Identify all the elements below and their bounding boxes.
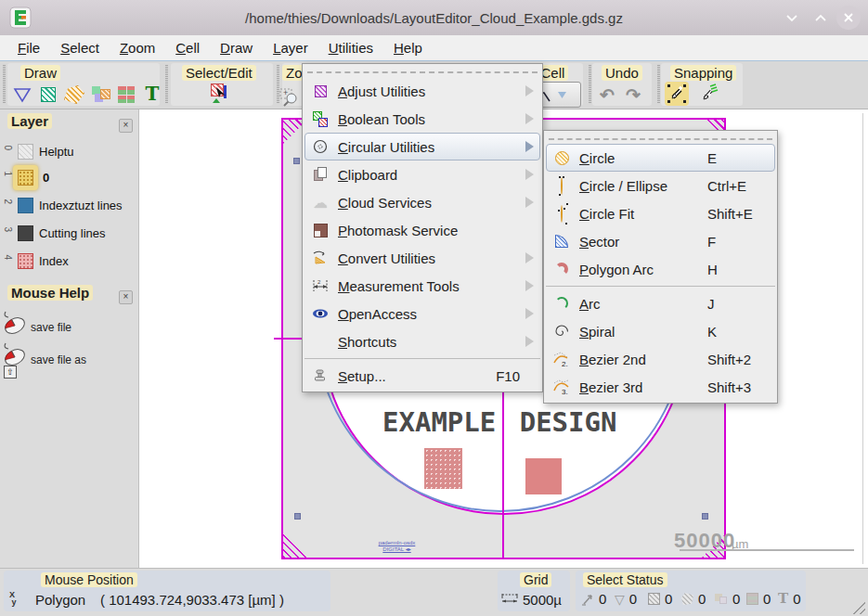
layer-index: 2 [3, 199, 13, 211]
menu-layer[interactable]: Layer [263, 37, 318, 58]
polygon-arc-icon [552, 260, 571, 278]
menu-item-photomask-service[interactable]: Photomask Service [304, 216, 540, 244]
statusbar: Mouse Position X y Polygon ( 101493.724,… [0, 568, 868, 616]
maximize-icon[interactable] [811, 9, 830, 26]
selected-paths-counter: ▽ 0 [615, 591, 637, 607]
menu-item-circle-fit[interactable]: Circle Fit Shift+E [546, 199, 775, 227]
menu-item-setup[interactable]: Setup... F10 [304, 362, 540, 390]
menu-item-boolean-tools[interactable]: Boolean Tools [304, 105, 540, 133]
draw-cellref-icon[interactable] [89, 83, 111, 106]
mouse-help-close-icon[interactable]: × [119, 290, 133, 304]
menu-shortcut: F10 [496, 368, 520, 384]
toolbar-grip[interactable] [589, 65, 591, 104]
path-icon: ▽ [615, 593, 625, 606]
draw-text-icon[interactable]: T [141, 83, 163, 105]
window-resize-grip[interactable] [849, 598, 865, 614]
menu-shortcut: F [707, 234, 769, 250]
menu-item-circle[interactable]: Circle E [546, 144, 775, 172]
left-panel: Layer × 0 Helptu 1 0 2 Indexztuzt lines … [0, 109, 139, 568]
toolbar-grip[interactable] [165, 65, 168, 104]
menu-draw[interactable]: Draw [210, 37, 263, 58]
menu-item-convert-utilities[interactable]: Convert Utilities [304, 244, 540, 272]
menu-item-clipboard[interactable]: Clipboard [304, 160, 540, 188]
layer-index: 4 [3, 255, 13, 266]
selected-texts-counter: T 0 [778, 591, 801, 607]
selected-boxes-counter: 0 [648, 591, 672, 607]
menu-item-polygon-arc[interactable]: Polygon Arc H [546, 255, 775, 283]
cellref-icon [715, 593, 728, 605]
layer-name: Index [39, 254, 69, 268]
array-icon [746, 593, 758, 605]
layer-swatch-0[interactable] [18, 170, 33, 186]
layer-row-0[interactable]: 1 0 [0, 166, 139, 190]
menu-item-circle-ellipse[interactable]: Circle / Ellipse Ctrl+E [546, 172, 775, 199]
undo-icon[interactable]: ↶ [596, 83, 618, 106]
snap-grid-icon[interactable] [665, 82, 689, 106]
layouteditor-window: { "titlebar": { "title": "/home/thies/Do… [0, 0, 868, 616]
draw-box-icon[interactable] [37, 83, 59, 106]
menu-item-circular-utilities[interactable]: Circular Utilities [304, 133, 540, 160]
redo-icon[interactable]: ↷ [622, 83, 644, 106]
toolbar-grip[interactable] [657, 65, 660, 104]
zoom-box-icon[interactable]: + [279, 85, 301, 108]
snapping-section-label: Snapping [670, 65, 736, 81]
draw-triangle-icon[interactable] [11, 83, 33, 106]
close-icon[interactable] [836, 6, 861, 30]
menu-tearoff-handle[interactable] [549, 134, 772, 140]
layer-panel-title: Layer [7, 113, 52, 129]
menu-item-adjust-utilities[interactable]: Adjust Utilities [304, 77, 540, 105]
select-cursor-icon [581, 593, 594, 606]
layer-row-indexztuzt[interactable]: 2 Indexztuzt lines [0, 194, 139, 218]
menu-help[interactable]: Help [383, 37, 433, 58]
menu-item-arc[interactable]: Arc J [546, 289, 775, 317]
layer-swatch-helptu[interactable] [18, 144, 33, 160]
menu-item-openaccess[interactable]: OpenAccess [304, 300, 540, 327]
layer-panel-close-icon[interactable]: × [119, 119, 133, 133]
menu-item-measurement-tools[interactable]: 2 Measurement Tools [304, 272, 540, 300]
menu-select[interactable]: Select [50, 37, 110, 58]
menu-cell[interactable]: Cell [165, 37, 210, 58]
cloud-icon: ☁ [311, 193, 330, 212]
alignment-marker [702, 513, 708, 520]
menu-item-sector[interactable]: Sector F [546, 227, 775, 255]
window-title: /home/thies/Downloads/LayoutEditor_Cloud… [0, 10, 868, 26]
convert-utilities-icon [311, 249, 330, 267]
menu-utilities[interactable]: Utilities [318, 37, 383, 58]
layer-swatch-indexztuzt[interactable] [18, 198, 33, 213]
layer-row-index[interactable]: 4 Index [0, 250, 139, 274]
menu-zoom[interactable]: Zoom [110, 37, 165, 58]
selected-cellrefs-counter: 0 [715, 591, 740, 607]
box-icon [648, 593, 660, 605]
menu-shortcut: K [707, 324, 769, 340]
photomask-icon [311, 221, 330, 239]
setup-icon [311, 366, 330, 385]
layer-swatch-index[interactable] [18, 253, 33, 269]
layer-row-helptu[interactable]: 0 Helptu [0, 140, 139, 164]
select-edit-icon[interactable] [210, 83, 232, 105]
minimize-icon[interactable] [783, 9, 801, 26]
menu-file[interactable]: File [7, 37, 50, 58]
draw-array-icon[interactable] [115, 83, 137, 106]
selected-polygons-counter: 0 [681, 591, 706, 607]
wafer-left-tick [274, 338, 305, 340]
submenu-arrow-icon [525, 113, 534, 124]
submenu-arrow-icon [525, 85, 534, 96]
bezier-2nd-icon: 2. [552, 350, 571, 368]
select-status-label: Select Status [583, 572, 667, 587]
micro-label-text: padermln-osdxDIGITAL ◂▸ [353, 540, 441, 553]
menu-tearoff-handle[interactable] [307, 67, 538, 73]
menu-item-shortcuts[interactable]: Shortcuts [304, 327, 540, 355]
layer-name: Helptu [39, 145, 74, 159]
toolbar-grip[interactable] [3, 65, 6, 104]
draw-polygon-icon[interactable] [63, 83, 85, 106]
menu-item-cloud-services[interactable]: ☁ Cloud Services [304, 188, 540, 216]
menu-item-bezier-3rd[interactable]: 3. Bezier 3rd Shift+3 [546, 373, 775, 401]
layer-swatch-cutting[interactable] [18, 225, 33, 241]
layer-row-cutting[interactable]: 3 Cutting lines [0, 222, 139, 246]
submenu-arrow-icon [525, 308, 534, 319]
snap-object-icon[interactable] [696, 82, 720, 106]
menu-item-bezier-2nd[interactable]: 2. Bezier 2nd Shift+2 [546, 345, 775, 373]
svg-text:2.: 2. [562, 360, 568, 367]
menu-item-spiral[interactable]: Spiral K [546, 317, 775, 345]
menu-shortcut: Ctrl+E [707, 178, 769, 194]
